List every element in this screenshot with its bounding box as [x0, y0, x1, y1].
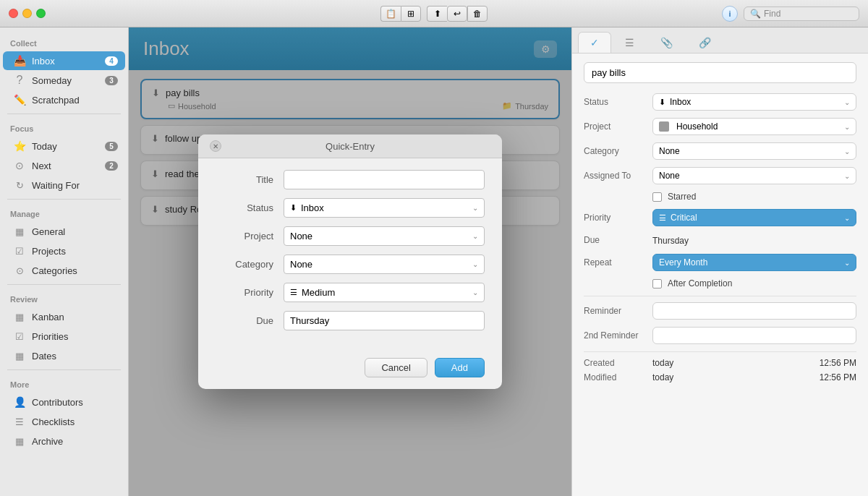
repeat-select-value: Every Month [659, 257, 707, 268]
modal-project-value: None [290, 231, 312, 241]
maximize-button[interactable] [36, 9, 46, 18]
today-badge: 5 [105, 142, 118, 151]
sidebar-item-someday[interactable]: ? Someday 3 [3, 71, 125, 90]
minimize-button[interactable] [22, 9, 32, 18]
starred-label: Starred [668, 192, 696, 202]
modal-due-label: Due [216, 315, 273, 326]
search-bar[interactable]: 🔍 Find [744, 7, 859, 21]
sidebar-label-someday: Someday [32, 75, 105, 86]
priorities-icon: ☑ [13, 330, 26, 343]
priority-select-value: Critical [671, 213, 697, 223]
sidebar-item-next[interactable]: ⊙ Next 2 [3, 156, 125, 175]
repeat-label: Repeat [584, 257, 652, 268]
more-section-label: More [0, 375, 128, 392]
modal-body: Title Status ⬇ Inbox ⌄ [198, 158, 502, 351]
sidebar-item-dates[interactable]: ▦ Dates [3, 346, 125, 365]
divider-panel-2 [584, 351, 856, 352]
tab-notes[interactable]: ☰ [613, 32, 647, 53]
titlebar-share-icon[interactable]: ⬆ [427, 6, 447, 22]
sidebar-item-waiting[interactable]: ↻ Waiting For [3, 176, 125, 194]
add-button[interactable]: Add [435, 358, 485, 377]
titlebar-grid-icon[interactable]: ⊞ [401, 6, 421, 22]
sidebar-item-today[interactable]: ⭐ Today 5 [3, 137, 125, 155]
modal-priority-arrow: ⌄ [472, 288, 478, 296]
after-completion-checkbox[interactable] [652, 279, 662, 288]
app-body: Collect 📥 Inbox 4 ? Someday 3 ✏️ Scratch… [0, 27, 868, 496]
sidebar-item-scratchpad[interactable]: ✏️ Scratchpad [3, 90, 125, 109]
assigned-select[interactable]: None ⌄ [652, 167, 856, 184]
info-button[interactable]: i [722, 6, 738, 22]
sidebar-item-priorities[interactable]: ☑ Priorities [3, 327, 125, 346]
status-value: ⬇ Inbox ⌄ [652, 93, 856, 111]
titlebar-task-icon[interactable]: 📋 [380, 6, 401, 22]
modal-status-label: Status [216, 202, 273, 213]
modal-priority-label: Priority [216, 287, 273, 298]
modal-header: ✕ Quick-Entry [198, 134, 502, 158]
panel-content: Status ⬇ Inbox ⌄ Project [572, 54, 868, 496]
sidebar-label-next: Next [32, 161, 105, 171]
modified-date: today [652, 372, 673, 382]
repeat-field-row: Repeat Every Month ⌄ [584, 254, 856, 271]
search-placeholder: Find [764, 9, 780, 19]
due-display: Thursday [652, 236, 689, 246]
starred-checkbox[interactable] [652, 192, 662, 202]
modal-priority-select[interactable]: ☰ Medium ⌄ [284, 283, 485, 302]
sidebar-label-categories: Categories [32, 265, 118, 276]
modified-row: Modified today 12:56 PM [584, 372, 856, 382]
second-reminder-label: 2nd Reminder [584, 330, 652, 341]
due-label: Due [584, 235, 652, 245]
general-icon: ▦ [13, 225, 26, 238]
modal-project-select[interactable]: None ⌄ [284, 226, 485, 246]
next-badge: 2 [105, 161, 118, 171]
category-select[interactable]: None ⌄ [652, 142, 856, 160]
modal-due-input[interactable] [284, 311, 485, 330]
modal-category-row: Category None ⌄ [216, 255, 485, 274]
sidebar-label-today: Today [32, 141, 105, 152]
second-reminder-input[interactable] [652, 327, 856, 344]
sidebar-item-inbox[interactable]: 📥 Inbox 4 [3, 51, 125, 70]
repeat-select[interactable]: Every Month ⌄ [652, 254, 856, 271]
status-select[interactable]: ⬇ Inbox ⌄ [652, 93, 856, 111]
project-select[interactable]: Household ⌄ [652, 118, 856, 135]
tab-attachments[interactable]: 📎 [648, 32, 685, 53]
divider-3 [7, 284, 121, 285]
status-select-arrow: ⌄ [844, 98, 850, 106]
modal-status-select[interactable]: ⬇ Inbox ⌄ [284, 198, 485, 218]
modal-overlay[interactable]: ✕ Quick-Entry Title Status ⬇ Inbox [129, 27, 571, 496]
tab-history[interactable]: 🔗 [686, 32, 723, 53]
sidebar-item-checklists[interactable]: ☰ Checklists [3, 412, 125, 431]
modal-close-button[interactable]: ✕ [210, 140, 221, 152]
modal-project-label: Project [216, 231, 273, 241]
task-title-input[interactable] [584, 62, 856, 83]
titlebar-action-group: ⬆ ↩ 🗑 [427, 6, 488, 22]
sidebar-label-kanban: Kanban [32, 312, 118, 322]
reminder-input[interactable] [652, 302, 856, 320]
project-field-row: Project Household ⌄ [584, 118, 856, 135]
sidebar-item-contributors[interactable]: 👤 Contributors [3, 393, 125, 411]
today-icon: ⭐ [13, 140, 26, 153]
titlebar-back-icon[interactable]: ↩ [447, 6, 467, 22]
titlebar-delete-icon[interactable]: 🗑 [467, 6, 488, 22]
modal-title-input[interactable] [284, 170, 485, 189]
priority-icon-modal: ☰ [290, 288, 297, 297]
quick-entry-modal: ✕ Quick-Entry Title Status ⬇ Inbox [198, 134, 502, 389]
sidebar-item-projects[interactable]: ☑ Projects [3, 241, 125, 260]
modal-priority-value: Medium [302, 287, 335, 298]
sidebar-item-kanban[interactable]: ▦ Kanban [3, 307, 125, 326]
sidebar-item-general[interactable]: ▦ General [3, 222, 125, 241]
sidebar-item-categories[interactable]: ⊙ Categories [3, 261, 125, 280]
modal-status-row: Status ⬇ Inbox ⌄ [216, 198, 485, 218]
modal-category-select[interactable]: None ⌄ [284, 255, 485, 274]
divider-1 [7, 114, 121, 114]
priority-select[interactable]: ☰ Critical ⌄ [652, 209, 856, 226]
kanban-icon: ▦ [13, 310, 26, 323]
after-completion-row: After Completion [584, 278, 856, 288]
sidebar-label-contributors: Contributors [32, 397, 118, 408]
sidebar-item-archive[interactable]: ▦ Archive [3, 432, 125, 450]
category-field-row: Category None ⌄ [584, 142, 856, 160]
tab-details[interactable]: ✓ [578, 32, 611, 53]
focus-section-label: Focus [0, 119, 128, 136]
someday-badge: 3 [105, 76, 118, 85]
cancel-button[interactable]: Cancel [365, 358, 427, 377]
close-button[interactable] [9, 9, 18, 18]
